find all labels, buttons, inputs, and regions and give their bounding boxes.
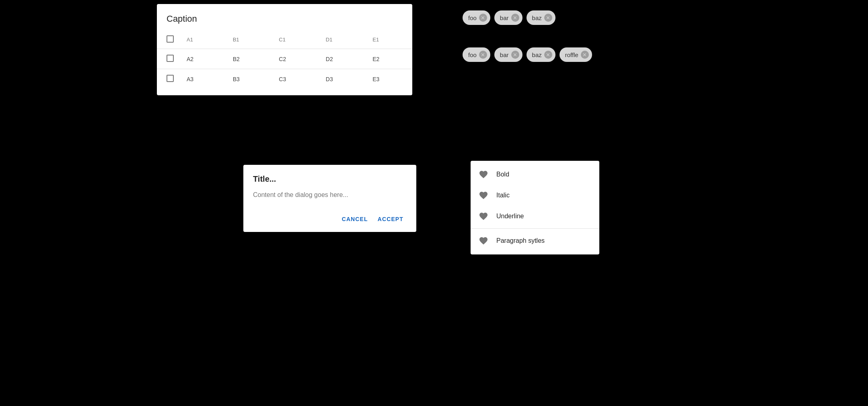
chip-baz-1-close[interactable]: ✕ bbox=[544, 14, 552, 22]
chip-baz-2-label: baz bbox=[532, 51, 542, 58]
dialog-card: Title... Content of the dialog goes here… bbox=[243, 165, 416, 232]
row2-d: D3 bbox=[319, 69, 366, 89]
chip-foo-2-close[interactable]: ✕ bbox=[479, 51, 487, 59]
menu-item-italic-label: Italic bbox=[496, 192, 510, 199]
chip-foo-1-label: foo bbox=[468, 14, 477, 21]
col-header-d1: D1 bbox=[319, 31, 366, 49]
menu-item-underline[interactable]: Underline bbox=[471, 206, 599, 227]
col-header-e1: E1 bbox=[366, 31, 412, 49]
menu-item-bold-label: Bold bbox=[496, 171, 509, 178]
col-header-c1: C1 bbox=[272, 31, 319, 49]
table-card: Caption A1 B1 C1 D1 E1 A2 B2 C2 bbox=[157, 4, 412, 95]
row1-c: C2 bbox=[272, 49, 319, 69]
chip-foo-1-close[interactable]: ✕ bbox=[479, 14, 487, 22]
dialog-actions: CANCEL ACCEPT bbox=[253, 213, 407, 226]
chip-baz-2[interactable]: baz ✕ bbox=[527, 47, 555, 62]
table-caption: Caption bbox=[157, 14, 412, 31]
menu-item-bold[interactable]: Bold bbox=[471, 164, 599, 185]
table-row: A3 B3 C3 D3 E3 bbox=[157, 69, 412, 89]
menu-divider bbox=[471, 228, 599, 229]
heart-icon-bold bbox=[479, 170, 488, 179]
accept-button[interactable]: ACCEPT bbox=[374, 213, 407, 226]
heart-icon-underline bbox=[479, 211, 488, 221]
table-row: A2 B2 C2 D2 E2 bbox=[157, 49, 412, 69]
chip-roffle-2[interactable]: roffle ✕ bbox=[559, 47, 592, 62]
menu-card: Bold Italic Underline Paragraph sytles bbox=[471, 161, 599, 254]
col-header-a1: A1 bbox=[180, 31, 226, 49]
dialog-title: Title... bbox=[253, 174, 407, 184]
chip-roffle-2-label: roffle bbox=[565, 51, 578, 58]
table-header-row: A1 B1 C1 D1 E1 bbox=[157, 31, 412, 49]
chip-foo-2-label: foo bbox=[468, 51, 477, 58]
row1-checkbox[interactable] bbox=[167, 55, 174, 62]
row2-checkbox[interactable] bbox=[167, 75, 174, 82]
header-checkbox-cell bbox=[157, 31, 180, 49]
menu-item-underline-label: Underline bbox=[496, 213, 524, 220]
chip-bar-2-label: bar bbox=[500, 51, 509, 58]
chip-baz-2-close[interactable]: ✕ bbox=[544, 51, 552, 59]
chip-bar-1-close[interactable]: ✕ bbox=[511, 14, 519, 22]
menu-item-paragraph-label: Paragraph sytles bbox=[496, 237, 545, 244]
data-table: A1 B1 C1 D1 E1 A2 B2 C2 D2 E2 bbox=[157, 31, 412, 89]
row1-d: D2 bbox=[319, 49, 366, 69]
chip-bar-2-close[interactable]: ✕ bbox=[511, 51, 519, 59]
row2-b: B3 bbox=[226, 69, 273, 89]
row2-a: A3 bbox=[180, 69, 226, 89]
chip-foo-1[interactable]: foo ✕ bbox=[463, 10, 490, 25]
row2-e: E3 bbox=[366, 69, 412, 89]
chips-row-2: foo ✕ bar ✕ baz ✕ roffle ✕ bbox=[463, 47, 592, 62]
chip-roffle-2-close[interactable]: ✕ bbox=[581, 51, 589, 59]
dialog-content: Content of the dialog goes here... bbox=[253, 190, 407, 200]
chips-row-1: foo ✕ bar ✕ baz ✕ bbox=[463, 10, 555, 25]
row1-b: B2 bbox=[226, 49, 273, 69]
cancel-button[interactable]: CANCEL bbox=[339, 213, 371, 226]
menu-item-paragraph[interactable]: Paragraph sytles bbox=[471, 230, 599, 251]
chip-bar-1-label: bar bbox=[500, 14, 509, 21]
chip-foo-2[interactable]: foo ✕ bbox=[463, 47, 490, 62]
chip-baz-1[interactable]: baz ✕ bbox=[527, 10, 555, 25]
heart-icon-paragraph bbox=[479, 236, 488, 246]
row2-c: C3 bbox=[272, 69, 319, 89]
chip-baz-1-label: baz bbox=[532, 14, 542, 21]
col-header-b1: B1 bbox=[226, 31, 273, 49]
chip-bar-2[interactable]: bar ✕ bbox=[494, 47, 522, 62]
row1-checkbox-cell bbox=[157, 49, 180, 69]
row1-a: A2 bbox=[180, 49, 226, 69]
menu-item-italic[interactable]: Italic bbox=[471, 185, 599, 206]
heart-icon-italic bbox=[479, 191, 488, 200]
row2-checkbox-cell bbox=[157, 69, 180, 89]
header-checkbox[interactable] bbox=[167, 35, 174, 43]
chip-bar-1[interactable]: bar ✕ bbox=[494, 10, 522, 25]
row1-e: E2 bbox=[366, 49, 412, 69]
